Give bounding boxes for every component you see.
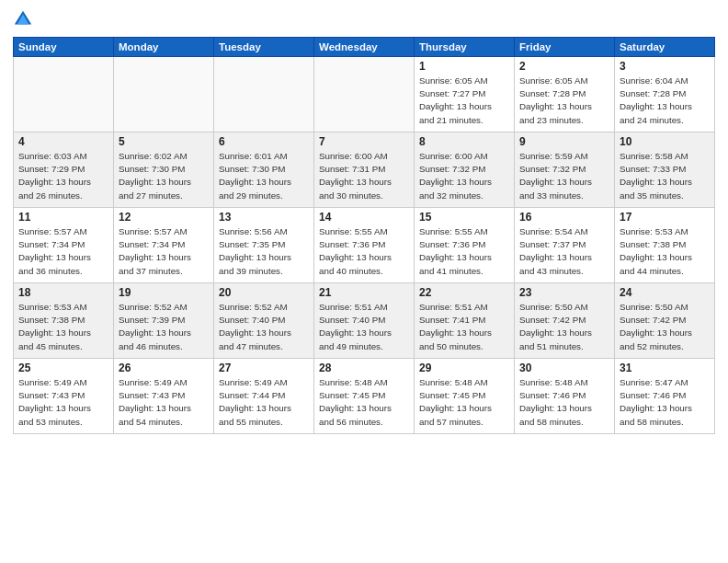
day-info: Sunrise: 6:02 AMSunset: 7:30 PMDaylight:… xyxy=(119,150,209,202)
day-info: Sunrise: 5:48 AMSunset: 7:45 PMDaylight:… xyxy=(419,376,509,429)
day-cell: 30Sunrise: 5:48 AMSunset: 7:46 PMDayligh… xyxy=(515,359,615,434)
day-number: 3 xyxy=(620,60,710,73)
day-cell: 21Sunrise: 5:51 AMSunset: 7:40 PMDayligh… xyxy=(314,283,415,359)
weekday-monday: Monday xyxy=(114,38,214,57)
day-info: Sunrise: 5:51 AMSunset: 7:41 PMDaylight:… xyxy=(419,301,509,353)
day-cell: 18Sunrise: 5:53 AMSunset: 7:38 PMDayligh… xyxy=(14,283,114,359)
day-number: 15 xyxy=(419,211,509,224)
day-cell: 14Sunrise: 5:55 AMSunset: 7:36 PMDayligh… xyxy=(314,208,415,283)
day-cell: 20Sunrise: 5:52 AMSunset: 7:40 PMDayligh… xyxy=(214,283,314,359)
day-cell: 6Sunrise: 6:01 AMSunset: 7:30 PMDaylight… xyxy=(214,132,314,208)
day-cell: 27Sunrise: 5:49 AMSunset: 7:44 PMDayligh… xyxy=(214,359,314,434)
day-number: 25 xyxy=(18,362,108,374)
day-cell xyxy=(314,57,415,132)
day-info: Sunrise: 5:49 AMSunset: 7:43 PMDaylight:… xyxy=(18,376,108,429)
day-number: 18 xyxy=(18,286,108,299)
day-info: Sunrise: 5:56 AMSunset: 7:35 PMDaylight:… xyxy=(219,225,309,278)
day-info: Sunrise: 6:05 AMSunset: 7:27 PMDaylight:… xyxy=(419,75,509,127)
day-info: Sunrise: 6:00 AMSunset: 7:31 PMDaylight:… xyxy=(319,150,409,202)
day-number: 19 xyxy=(119,286,209,299)
day-info: Sunrise: 5:55 AMSunset: 7:36 PMDaylight:… xyxy=(319,225,409,278)
day-number: 28 xyxy=(319,362,409,374)
day-number: 4 xyxy=(18,135,108,148)
day-number: 21 xyxy=(319,286,409,299)
day-info: Sunrise: 5:58 AMSunset: 7:33 PMDaylight:… xyxy=(620,150,710,202)
day-info: Sunrise: 5:55 AMSunset: 7:36 PMDaylight:… xyxy=(419,225,509,278)
day-info: Sunrise: 5:48 AMSunset: 7:46 PMDaylight:… xyxy=(519,376,609,429)
day-cell: 5Sunrise: 6:02 AMSunset: 7:30 PMDaylight… xyxy=(114,132,214,208)
day-info: Sunrise: 5:59 AMSunset: 7:32 PMDaylight:… xyxy=(519,150,609,202)
weekday-header-row: SundayMondayTuesdayWednesdayThursdayFrid… xyxy=(14,38,715,57)
day-number: 6 xyxy=(219,135,309,148)
week-row-4: 18Sunrise: 5:53 AMSunset: 7:38 PMDayligh… xyxy=(14,283,715,359)
day-number: 8 xyxy=(419,135,509,148)
day-number: 10 xyxy=(620,135,710,148)
day-number: 2 xyxy=(519,60,609,73)
day-cell: 3Sunrise: 6:04 AMSunset: 7:28 PMDaylight… xyxy=(615,57,715,132)
day-info: Sunrise: 5:50 AMSunset: 7:42 PMDaylight:… xyxy=(620,301,710,353)
day-cell: 12Sunrise: 5:57 AMSunset: 7:34 PMDayligh… xyxy=(114,208,214,283)
logo-icon xyxy=(13,9,33,29)
day-number: 9 xyxy=(519,135,609,148)
weekday-saturday: Saturday xyxy=(615,38,715,57)
day-cell: 23Sunrise: 5:50 AMSunset: 7:42 PMDayligh… xyxy=(515,283,615,359)
day-number: 13 xyxy=(219,211,309,224)
week-row-5: 25Sunrise: 5:49 AMSunset: 7:43 PMDayligh… xyxy=(14,359,715,434)
day-cell: 11Sunrise: 5:57 AMSunset: 7:34 PMDayligh… xyxy=(14,208,114,283)
weekday-tuesday: Tuesday xyxy=(214,38,314,57)
day-number: 5 xyxy=(119,135,209,148)
weekday-thursday: Thursday xyxy=(415,38,515,57)
day-info: Sunrise: 5:47 AMSunset: 7:46 PMDaylight:… xyxy=(620,376,710,429)
day-number: 27 xyxy=(219,362,309,374)
day-number: 24 xyxy=(620,286,710,299)
day-number: 14 xyxy=(319,211,409,224)
day-info: Sunrise: 6:03 AMSunset: 7:29 PMDaylight:… xyxy=(18,150,108,202)
day-number: 29 xyxy=(419,362,509,374)
day-number: 1 xyxy=(419,60,509,73)
day-info: Sunrise: 6:05 AMSunset: 7:28 PMDaylight:… xyxy=(519,75,609,127)
logo xyxy=(13,9,37,29)
day-cell: 26Sunrise: 5:49 AMSunset: 7:43 PMDayligh… xyxy=(114,359,214,434)
day-number: 22 xyxy=(419,286,509,299)
day-number: 12 xyxy=(119,211,209,224)
day-cell: 29Sunrise: 5:48 AMSunset: 7:45 PMDayligh… xyxy=(415,359,515,434)
weekday-friday: Friday xyxy=(515,38,615,57)
day-info: Sunrise: 5:53 AMSunset: 7:38 PMDaylight:… xyxy=(620,225,710,278)
day-cell: 13Sunrise: 5:56 AMSunset: 7:35 PMDayligh… xyxy=(214,208,314,283)
weekday-wednesday: Wednesday xyxy=(314,38,415,57)
day-info: Sunrise: 5:57 AMSunset: 7:34 PMDaylight:… xyxy=(18,225,108,278)
day-cell: 24Sunrise: 5:50 AMSunset: 7:42 PMDayligh… xyxy=(615,283,715,359)
day-cell: 25Sunrise: 5:49 AMSunset: 7:43 PMDayligh… xyxy=(14,359,114,434)
day-number: 23 xyxy=(519,286,609,299)
day-info: Sunrise: 5:52 AMSunset: 7:39 PMDaylight:… xyxy=(119,301,209,353)
day-number: 17 xyxy=(620,211,710,224)
day-info: Sunrise: 5:54 AMSunset: 7:37 PMDaylight:… xyxy=(519,225,609,278)
day-cell xyxy=(214,57,314,132)
day-number: 7 xyxy=(319,135,409,148)
day-cell: 4Sunrise: 6:03 AMSunset: 7:29 PMDaylight… xyxy=(14,132,114,208)
day-number: 16 xyxy=(519,211,609,224)
day-cell: 28Sunrise: 5:48 AMSunset: 7:45 PMDayligh… xyxy=(314,359,415,434)
day-cell: 17Sunrise: 5:53 AMSunset: 7:38 PMDayligh… xyxy=(615,208,715,283)
day-info: Sunrise: 5:57 AMSunset: 7:34 PMDaylight:… xyxy=(119,225,209,278)
day-info: Sunrise: 5:53 AMSunset: 7:38 PMDaylight:… xyxy=(18,301,108,353)
day-number: 31 xyxy=(620,362,710,374)
day-info: Sunrise: 6:00 AMSunset: 7:32 PMDaylight:… xyxy=(419,150,509,202)
day-cell: 1Sunrise: 6:05 AMSunset: 7:27 PMDaylight… xyxy=(415,57,515,132)
day-cell: 16Sunrise: 5:54 AMSunset: 7:37 PMDayligh… xyxy=(515,208,615,283)
day-cell xyxy=(114,57,214,132)
day-info: Sunrise: 5:52 AMSunset: 7:40 PMDaylight:… xyxy=(219,301,309,353)
day-info: Sunrise: 5:49 AMSunset: 7:43 PMDaylight:… xyxy=(119,376,209,429)
day-info: Sunrise: 6:04 AMSunset: 7:28 PMDaylight:… xyxy=(620,75,710,127)
day-cell: 31Sunrise: 5:47 AMSunset: 7:46 PMDayligh… xyxy=(615,359,715,434)
day-info: Sunrise: 5:50 AMSunset: 7:42 PMDaylight:… xyxy=(519,301,609,353)
day-cell: 10Sunrise: 5:58 AMSunset: 7:33 PMDayligh… xyxy=(615,132,715,208)
day-number: 26 xyxy=(119,362,209,374)
header xyxy=(13,9,715,29)
day-cell: 7Sunrise: 6:00 AMSunset: 7:31 PMDaylight… xyxy=(314,132,415,208)
calendar: SundayMondayTuesdayWednesdayThursdayFrid… xyxy=(13,37,715,434)
day-cell: 8Sunrise: 6:00 AMSunset: 7:32 PMDaylight… xyxy=(415,132,515,208)
day-info: Sunrise: 6:01 AMSunset: 7:30 PMDaylight:… xyxy=(219,150,309,202)
day-cell xyxy=(14,57,114,132)
page: SundayMondayTuesdayWednesdayThursdayFrid… xyxy=(0,0,728,563)
